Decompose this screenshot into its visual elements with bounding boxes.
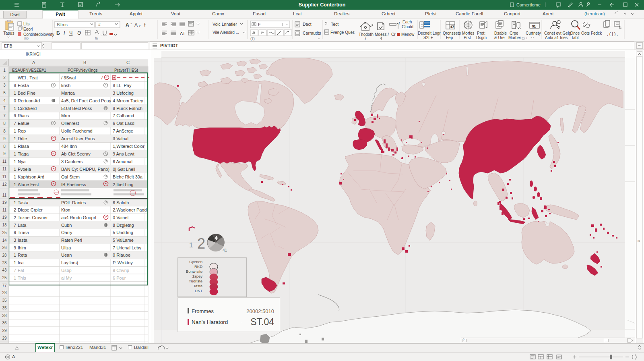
svg-text:Eaeh: Eaeh	[402, 20, 412, 24]
svg-text:Cyenen: Cyenen	[189, 259, 202, 264]
svg-text:Tasta: Tasta	[193, 284, 202, 288]
svg-text:sip: sip	[24, 36, 29, 40]
svg-text:v: v	[139, 24, 140, 27]
svg-text:, ( | ) ,: , ( | ) ,	[607, 31, 618, 36]
svg-text:47: 47	[450, 25, 454, 29]
svg-text:^: ^	[130, 22, 132, 26]
svg-text:2: 2	[197, 235, 205, 252]
svg-text:Qrcnssets: Qrcnssets	[443, 31, 461, 35]
svg-text:RKD: RKD	[194, 264, 202, 269]
svg-text:Oots Fedck: Oots Fedck	[581, 31, 602, 35]
svg-text:7: 7	[364, 36, 367, 41]
svg-text:S2t +: S2t +	[423, 35, 433, 40]
svg-text:41: 41	[223, 248, 227, 253]
svg-text:2spey: 2spey	[192, 274, 203, 278]
svg-text:Prot:: Prot:	[477, 31, 485, 35]
svg-text:A: A	[126, 22, 129, 28]
svg-text:fa: fa	[95, 36, 98, 40]
svg-text:Volc Lnnatier: Volc Lnnatier	[213, 22, 237, 27]
svg-text:Anta a1 Ines: Anta a1 Ines	[545, 35, 568, 40]
svg-text:Fvenge Ques: Fvenge Ques	[330, 30, 355, 35]
svg-text:Б: Б	[56, 30, 60, 36]
svg-text:Decnelt Logr: Decnelt Logr	[418, 31, 441, 35]
svg-text:Tuoriste: Tuoriste	[189, 279, 202, 283]
svg-text:Vile Alensird ...: Vile Alensird ...	[213, 30, 239, 35]
svg-text:Ɨ: Ɨ	[144, 22, 146, 28]
svg-text:Dnce: Dnce	[570, 31, 580, 35]
svg-text:& Ure: & Ure	[494, 35, 505, 40]
svg-text:Dsgm: Dsgm	[476, 35, 487, 40]
svg-text:Fep: Fep	[446, 35, 453, 40]
svg-text:Camertiome: Camertiome	[516, 2, 541, 7]
svg-text:Prst: Prst	[464, 35, 471, 40]
svg-text:Tasus: Tasus	[3, 31, 14, 35]
svg-text:Dsable: Dsable	[494, 31, 507, 35]
svg-text:Ч: Ч	[69, 30, 72, 36]
svg-text:Supplier Contertion: Supplier Contertion	[299, 2, 346, 8]
svg-text:#: #	[98, 22, 101, 27]
svg-text:4: 4	[380, 36, 382, 41]
svg-text:I: I	[64, 30, 65, 36]
svg-text:Curtnety: Curtnety	[526, 31, 541, 35]
svg-text:1: 1	[189, 241, 193, 249]
svg-text:Ə: Ə	[77, 30, 81, 36]
svg-text:(T): (T)	[250, 37, 255, 41]
svg-text:ƒ: ƒ	[398, 21, 400, 25]
svg-text:Ei +: Ei +	[522, 36, 528, 40]
svg-text:Menow: Menow	[401, 32, 415, 37]
svg-text:Tabt: Tabt	[571, 35, 579, 40]
svg-text:Murber: Murber	[508, 35, 521, 40]
svg-text:AT: AT	[180, 31, 186, 36]
svg-text:DKT: DKT	[195, 288, 202, 293]
svg-text:Sltrns: Sltrns	[57, 22, 68, 27]
svg-text:Dact: Dact	[303, 22, 312, 27]
svg-text:Eeorl: Eeorl	[23, 27, 33, 31]
svg-text:Crpe: Crpe	[510, 31, 518, 35]
svg-text:31: 31	[532, 25, 536, 28]
svg-text:Morfes: Morfes	[462, 31, 475, 35]
svg-text:Tect: Tect	[331, 22, 339, 27]
svg-text:Cr: Cr	[391, 32, 396, 37]
svg-text:Carrautits: Carrautits	[303, 31, 321, 35]
svg-text:F: F	[258, 22, 260, 27]
svg-text:Conet evt Geig: Conet evt Geig	[544, 31, 571, 35]
svg-text:Lits: Lits	[23, 22, 30, 26]
svg-text:Cluatd: Cluatd	[402, 25, 413, 29]
svg-text:A: A	[134, 22, 138, 28]
svg-text:Bonw site: Bonw site	[186, 269, 202, 274]
